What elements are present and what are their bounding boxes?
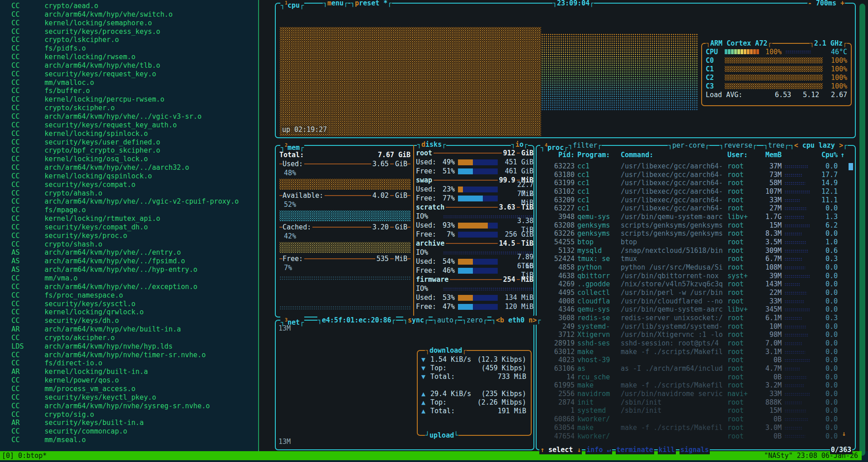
process-pid: 2556 <box>539 390 575 398</box>
process-row[interactable]: 63180cc1/usr/libexec/gcc/aarch64-root73M… <box>537 171 855 179</box>
disks-title[interactable]: disks <box>417 140 446 149</box>
proc-scrollbar-thumb[interactable] <box>849 163 853 170</box>
mem-stat-percent: 7% <box>279 263 410 272</box>
process-row[interactable]: 3948qemu-sys/usr/bin/qemu-system-aarclib… <box>537 213 855 221</box>
process-row[interactable]: 5132mysqld/snap/nextcloud/51618/binroot3… <box>537 247 855 255</box>
update-interval-control[interactable]: - 700ms + <box>807 0 845 8</box>
process-row[interactable]: 4638qbittorr/usr/bin/qbittorrent-noxsyst… <box>537 272 855 280</box>
net-interface-selector[interactable]: <b eth0 n> <box>491 316 541 325</box>
mem-stat-percent: 52% <box>279 200 410 209</box>
process-program: systemd <box>577 406 618 415</box>
process-row[interactable]: 61995makemake -f ./scripts/Makefilroot3.… <box>537 381 855 390</box>
log-line: CC crypto/bpf_crypto_skcipher.o <box>3 146 239 155</box>
process-row[interactable]: 63227cc1/usr/libexec/gcc/aarch64-root27M… <box>537 204 855 213</box>
process-row[interactable]: 47654kworker/root0B0.0 <box>537 432 855 441</box>
meter-block <box>483 232 488 238</box>
net-auto-toggle[interactable]: auto <box>433 316 458 325</box>
disk-size-unit: TiB <box>521 239 533 248</box>
net-box-title[interactable]: 3net <box>280 316 304 325</box>
filter-button[interactable]: filter <box>568 141 602 150</box>
interval-minus-button[interactable]: - <box>808 0 812 7</box>
info-button[interactable]: info ↵ <box>585 445 612 454</box>
sort-next-button[interactable]: > <box>839 141 843 149</box>
process-row[interactable]: 249systemd-/usr/lib/systemd/systemd-root… <box>537 322 855 331</box>
process-row[interactable]: 63199cc1/usr/libexec/gcc/aarch64-root58M… <box>537 179 855 187</box>
terminate-button[interactable]: terminate <box>616 445 654 454</box>
disk-size: 254 <box>503 275 515 284</box>
process-row[interactable]: 63208genksymsscripts/genksyms/genksymsro… <box>537 221 855 230</box>
cpu-box-title[interactable]: 1cpu <box>280 0 304 8</box>
sort-selector[interactable]: < cpu lazy > <box>790 141 848 150</box>
process-list: 63223cc1/usr/libexec/gcc/aarch64-root37M… <box>537 162 855 440</box>
process-row[interactable]: 2556navidrom/usr/bin/navidrome servicnav… <box>537 390 855 398</box>
process-row[interactable]: 4008cloudfla/usr/bin/cloudflared --noroo… <box>537 297 855 306</box>
process-command: /usr/libexec/gcc/aarch64- <box>621 179 725 187</box>
menu-button[interactable]: menu <box>323 0 348 8</box>
disk-name: archive <box>416 239 444 248</box>
process-row[interactable]: 60868kworker/root0B0.0 <box>537 415 855 424</box>
iface-next-button[interactable]: n> <box>528 316 537 324</box>
net-zero-toggle[interactable]: zero <box>462 316 487 325</box>
reverse-toggle[interactable]: reverse <box>719 141 757 150</box>
process-row[interactable]: 63226genksymsscripts/genksyms/genksymsro… <box>537 229 855 238</box>
meter-block <box>463 268 468 274</box>
process-row[interactable]: 4346qemu-sys/usr/bin/qemu-system-aarclib… <box>537 305 855 314</box>
process-user: root <box>727 162 752 171</box>
preset-button[interactable]: preset * <box>350 0 392 8</box>
process-row[interactable]: 63054makemake -f ./scripts/Makefilroot3.… <box>537 424 855 432</box>
process-row[interactable]: 4858pythonpython /usr/src/Medusa/Siroot1… <box>537 263 855 272</box>
disks-io-toggle[interactable]: io <box>511 140 528 149</box>
process-row[interactable]: 4269..gpodde/nix/store/v4ln57kzvq6c3qroo… <box>537 280 855 289</box>
process-row[interactable]: 54255btopbtoproot3.5M1.0 <box>537 238 855 247</box>
process-row[interactable]: 63012makemake -f ./scripts/Makefilroot3.… <box>537 348 855 356</box>
process-row[interactable]: 4023vhost-39root0B0.0 <box>537 356 855 364</box>
iface-prev-button[interactable]: <b <box>496 316 504 324</box>
process-row[interactable]: 63106asas -I ./arch/arm64/includroot4.7M… <box>537 364 855 373</box>
net-sync-toggle[interactable]: sync <box>403 316 429 325</box>
terminal-scrollbar[interactable] <box>859 4 865 456</box>
process-cpu: 0.0 <box>816 356 838 364</box>
scroll-down-icon[interactable]: ↓ <box>842 429 846 438</box>
process-row[interactable]: 63209cc1/usr/libexec/gcc/aarch64-root33M… <box>537 196 855 205</box>
meter-block <box>731 49 734 54</box>
process-mem: 37M <box>755 162 782 171</box>
proc-box: 4proc filter per-core reverse tree < cpu… <box>536 145 856 450</box>
process-row[interactable]: 3712Xtigervn/usr/bin/Xtigervnc :1 -loroo… <box>537 331 855 339</box>
core-usage-graph <box>725 75 823 80</box>
process-program: qemu-sys <box>577 213 618 221</box>
meter-block <box>750 49 753 54</box>
process-program: genksyms <box>577 229 618 238</box>
select-buttons[interactable]: ↑ select ↓ <box>539 445 582 454</box>
proc-box-title[interactable]: 4proc <box>540 141 568 150</box>
process-row[interactable]: 52424tmux: setmuxroot6.7M0.3 <box>537 255 855 263</box>
process-mem-graph <box>784 232 813 235</box>
kill-button[interactable]: kill <box>658 445 676 454</box>
tmux-window-list[interactable]: [0] 0:btop* <box>2 451 47 460</box>
process-row[interactable]: 28919sshd-sessshd-session: root@pts/4roo… <box>537 339 855 348</box>
interval-plus-button[interactable]: + <box>840 0 844 7</box>
process-row[interactable]: 63223cc1/usr/libexec/gcc/aarch64-root37M… <box>537 162 855 171</box>
mem-stats: Total: 7.67 GiB Used:3.65GiB48%Available… <box>279 150 410 282</box>
mem-box-title[interactable]: 2mem <box>280 141 304 150</box>
per-core-toggle[interactable]: per-core <box>668 141 709 150</box>
process-row[interactable]: 4495collectl/usr/bin/perl -w /usr/binroo… <box>537 289 855 297</box>
process-row[interactable]: 14rcu_scheroot0B0.0 <box>537 373 855 382</box>
mem-stat-row: Free:535MiB <box>279 254 410 263</box>
mem-stat-graph <box>279 276 410 280</box>
process-pid: 5132 <box>539 247 575 255</box>
log-line: CC crypto/lskcipher.o <box>3 36 239 44</box>
meter-block <box>463 259 468 265</box>
process-mem-graph <box>784 350 813 354</box>
disk-free-percent: 77% <box>439 194 455 203</box>
process-command: /sbin/init <box>621 406 725 415</box>
process-row[interactable]: 3608redis-seredis-server unixsocket:/roo… <box>537 314 855 322</box>
process-program: make <box>577 381 618 390</box>
process-row[interactable]: 63102cc1/usr/libexec/gcc/aarch64-root107… <box>537 187 855 196</box>
process-row[interactable]: 1systemd/sbin/initroot15M0.0 <box>537 406 855 415</box>
signals-button[interactable]: signals <box>679 445 710 454</box>
process-row[interactable]: 2874init/sbin/initroot888K0.0 <box>537 398 855 407</box>
cpu-core-row: C3100% <box>706 82 847 90</box>
tree-toggle[interactable]: tree <box>764 141 789 150</box>
upload-stat-row: ▲29.4 KiB/s(235 Kibps) <box>421 390 526 398</box>
sort-prev-button[interactable]: < <box>794 141 798 149</box>
